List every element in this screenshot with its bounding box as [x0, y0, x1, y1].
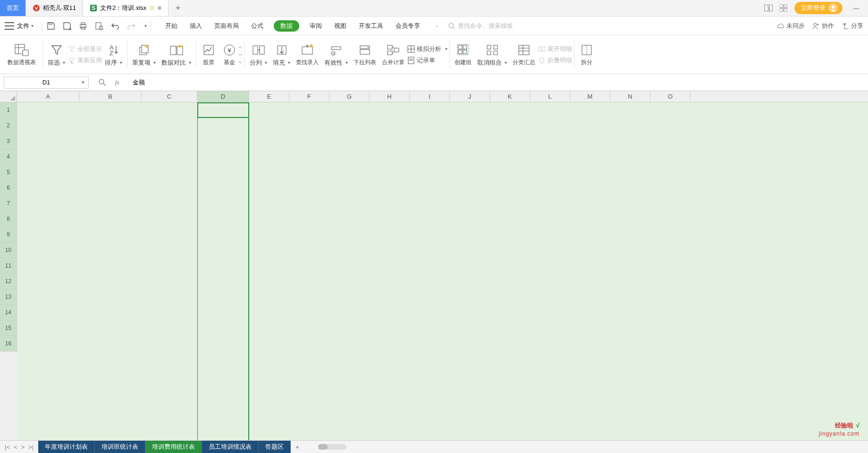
name-box[interactable]: D1 ▼ — [4, 76, 89, 89]
col-header-C[interactable]: C — [142, 91, 197, 102]
next-sheet[interactable]: > — [21, 444, 25, 451]
doc-tab-2[interactable]: S 文件2：培训.xlsx — [83, 0, 169, 16]
col-header-F[interactable]: F — [289, 91, 329, 102]
validity-button[interactable]: 有效性▾ — [321, 35, 351, 74]
row-header-11[interactable]: 11 — [0, 258, 17, 274]
break-button[interactable]: 拆分 — [576, 35, 597, 74]
formula-input[interactable]: 金额 — [129, 78, 868, 87]
fund-button[interactable]: ¥ 基金 — [219, 35, 240, 74]
col-header-M[interactable]: M — [570, 91, 610, 102]
whatif-button[interactable]: 模拟分析▾ — [407, 45, 447, 53]
col-header-K[interactable]: K — [490, 91, 530, 102]
show-all-button[interactable]: 全部显示 — [68, 45, 102, 53]
share-button[interactable]: 分享 — [842, 22, 863, 30]
save-as-icon[interactable] — [62, 21, 72, 31]
datatype-more[interactable] — [238, 35, 243, 74]
sheet-tab[interactable]: 培训班统计表 — [95, 441, 145, 453]
first-sheet[interactable]: |< — [5, 444, 10, 451]
expand-button[interactable]: 展开明细 — [538, 45, 572, 53]
command-search[interactable] — [448, 22, 533, 29]
select-all-corner[interactable] — [0, 91, 17, 102]
row-header-10[interactable]: 10 — [0, 243, 17, 258]
col-header-J[interactable]: J — [450, 91, 490, 102]
group-button[interactable]: 创建组 — [452, 35, 474, 74]
col-header-D[interactable]: D — [197, 91, 249, 102]
col-header-I[interactable]: I — [410, 91, 450, 102]
duplicates-button[interactable]: 重复项▾ — [129, 35, 159, 74]
sheet-tab[interactable]: 培训费用统计表 — [145, 441, 202, 453]
col-header-A[interactable]: A — [17, 91, 79, 102]
row-header-4[interactable]: 4 — [0, 149, 17, 165]
tab-review[interactable]: 审阅 — [308, 20, 324, 32]
grid-icon[interactable] — [779, 4, 788, 12]
compare-button[interactable]: 数据对比▾ — [159, 35, 194, 74]
fill-button[interactable]: 填充▾ — [270, 35, 293, 74]
row-header-2[interactable]: 2 — [0, 118, 17, 134]
add-sheet[interactable]: + — [291, 444, 304, 451]
consolidate-button[interactable]: 合并计算 — [379, 35, 407, 74]
col-header-G[interactable]: G — [329, 91, 370, 102]
ungroup-button[interactable]: 取消组合▾ — [474, 35, 510, 74]
col-header-B[interactable]: B — [79, 91, 142, 102]
reapply-button[interactable]: 重新应用 — [68, 56, 102, 65]
sheet-tab[interactable]: 年度培训计划表 — [38, 441, 95, 453]
row-header-7[interactable]: 7 — [0, 196, 17, 211]
tab-member[interactable]: 会员专享 — [394, 20, 422, 32]
undo-icon[interactable] — [110, 21, 120, 31]
tabs-more[interactable]: › — [434, 22, 440, 29]
file-menu[interactable]: 文件 ▾ — [5, 22, 34, 30]
tab-start[interactable]: 开始 — [163, 20, 179, 32]
sheet-tab[interactable]: 员工培训情况表 — [202, 441, 259, 453]
trace-icon[interactable] — [98, 78, 107, 87]
split-button[interactable]: 分列▾ — [247, 35, 270, 74]
find-entry-button[interactable]: 查找录入 — [293, 35, 321, 74]
layout-icon[interactable]: 1 — [764, 4, 773, 12]
tab-dev[interactable]: 开发工具 — [357, 20, 385, 32]
record-button[interactable]: 记录单 — [407, 56, 447, 65]
search-input[interactable] — [458, 22, 533, 29]
pivot-button[interactable]: 数据透视表 — [3, 35, 41, 74]
col-header-H[interactable]: H — [370, 91, 410, 102]
tab-view[interactable]: 视图 — [332, 20, 348, 32]
filter-button[interactable]: 筛选▾ — [45, 35, 68, 74]
home-tab[interactable]: 首页 — [0, 0, 26, 16]
print-icon[interactable] — [78, 21, 88, 31]
col-header-O[interactable]: O — [650, 91, 691, 102]
print-preview-icon[interactable] — [94, 21, 104, 31]
row-header-5[interactable]: 5 — [0, 165, 17, 180]
tab-data[interactable]: 数据 — [274, 20, 299, 32]
sync-button[interactable]: 未同步 — [777, 22, 805, 30]
tab-formula[interactable]: 公式 — [249, 20, 265, 32]
login-button[interactable]: 立即登录 — [794, 2, 843, 14]
row-header-9[interactable]: 9 — [0, 227, 17, 243]
fx-icon[interactable]: fx — [115, 79, 119, 86]
minimize-button[interactable]: — — [849, 5, 863, 12]
h-scrollbar[interactable] — [318, 444, 346, 450]
save-icon[interactable] — [46, 21, 56, 31]
collapse-button[interactable]: 折叠明细 — [538, 56, 572, 65]
coop-button[interactable]: 协作 — [812, 22, 834, 30]
dropdown-button[interactable]: 下拉列表 — [351, 35, 379, 74]
col-header-N[interactable]: N — [610, 91, 650, 102]
redo-icon[interactable] — [126, 21, 136, 31]
chevron-down-icon[interactable]: ▼ — [81, 80, 85, 85]
sort-button[interactable]: AZ 排序▾ — [102, 35, 125, 74]
row-header-6[interactable]: 6 — [0, 180, 17, 196]
sheet-tab[interactable]: 答题区 — [259, 441, 291, 453]
row-header-12[interactable]: 12 — [0, 274, 17, 289]
row-header-15[interactable]: 15 — [0, 320, 17, 336]
row-header-8[interactable]: 8 — [0, 211, 17, 227]
col-header-L[interactable]: L — [530, 91, 570, 102]
row-header-14[interactable]: 14 — [0, 305, 17, 320]
row-header-13[interactable]: 13 — [0, 289, 17, 305]
col-header-E[interactable]: E — [249, 91, 289, 102]
row-header-3[interactable]: 3 — [0, 134, 17, 149]
doc-tab-1[interactable]: 稻壳儿·双11 — [26, 0, 83, 16]
row-header-1[interactable]: 1 — [0, 102, 17, 118]
new-tab-button[interactable]: + — [169, 0, 187, 16]
prev-sheet[interactable]: < — [14, 444, 17, 451]
row-header-16[interactable]: 16 — [0, 336, 17, 352]
cells-area[interactable]: 培训编号项目明细发生日期金额2020T043培训讲师费2020/3/132400… — [17, 102, 868, 440]
stock-button[interactable]: 股票 — [198, 35, 219, 74]
tab-insert[interactable]: 插入 — [188, 20, 204, 32]
